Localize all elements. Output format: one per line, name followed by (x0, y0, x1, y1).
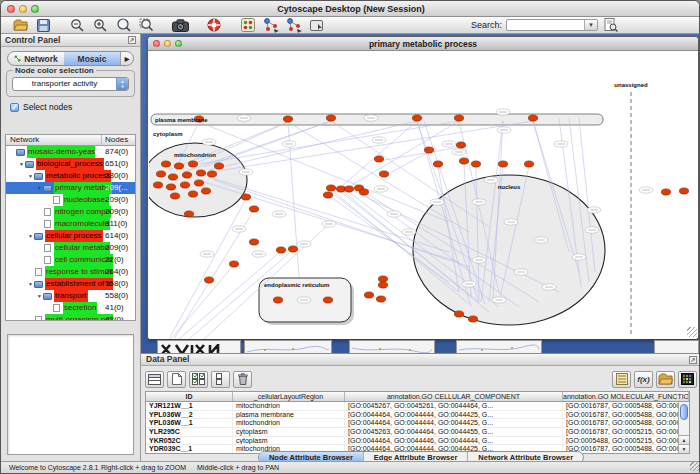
new-attribute-icon[interactable] (167, 371, 186, 388)
combo-stepper-icon[interactable]: ▲▼ (116, 78, 128, 90)
tree-row[interactable]: response to stimulu264(0) (6, 266, 135, 278)
table-cell[interactable]: mitochondrion (233, 402, 345, 410)
network-node[interactable] (229, 261, 238, 267)
float-panel-icon[interactable]: ↗ (128, 36, 136, 44)
table-cell[interactable]: YJR121W__1 (146, 402, 233, 410)
tree-row[interactable]: macromolecule311(0) (6, 218, 135, 230)
network-node[interactable] (454, 115, 463, 121)
help-ring-icon[interactable] (205, 18, 223, 33)
network-node[interactable] (433, 161, 442, 167)
network-node[interactable] (424, 147, 433, 153)
network-canvas[interactable]: plasma membranecytoplasmmitochondrionnuc… (149, 52, 697, 339)
background-window[interactable] (157, 340, 241, 353)
network-node[interactable] (456, 142, 465, 148)
tree-row[interactable]: ▼establishment of lo558(0) (6, 278, 135, 290)
network-node[interactable] (344, 186, 353, 192)
network-node[interactable] (412, 115, 421, 121)
network-node[interactable] (241, 194, 250, 200)
scroll-up-icon[interactable]: ▲ (679, 435, 689, 444)
search-input[interactable]: ▼ (506, 19, 598, 31)
table-cell[interactable]: [GO:0044464, GO:0044444, GO:0044425, G..… (345, 411, 563, 419)
tree-row[interactable]: ▼biological_process651(0) (6, 158, 135, 170)
delete-attribute-icon[interactable] (233, 371, 252, 388)
network-node[interactable] (182, 172, 191, 178)
network-node[interactable] (283, 116, 292, 122)
table-cell[interactable]: [GO:0016787, GO:0005488, GO:0005215, G..… (563, 411, 689, 419)
network-node[interactable] (459, 158, 468, 164)
network-node[interactable] (359, 189, 368, 195)
table-cell[interactable]: YKR052C (146, 437, 233, 445)
network-node[interactable] (249, 239, 258, 245)
zoom-in-icon[interactable] (91, 18, 109, 33)
column-header[interactable]: annotation.GO MOLECULAR_FUNCTION (563, 392, 689, 401)
heatmap-icon[interactable] (678, 371, 697, 388)
table-row[interactable]: YPL036W__1mitochondrion[GO:0044464, GO:0… (146, 419, 689, 428)
network-node[interactable] (379, 171, 388, 177)
float-data-panel-icon[interactable]: ↗ (689, 356, 697, 364)
tab-mosaic[interactable]: Mosaic (64, 52, 120, 65)
save-icon[interactable] (34, 18, 52, 33)
network-node[interactable] (249, 206, 258, 212)
network-node[interactable] (528, 115, 537, 121)
network-resize-grip[interactable] (687, 327, 697, 337)
network-edge[interactable] (379, 147, 461, 161)
network-node[interactable] (378, 282, 387, 288)
edit-network-alt-icon[interactable] (285, 18, 303, 33)
table-cell[interactable]: [GO:0044464, GO:0044444, GO:0044425, G..… (345, 419, 563, 427)
network-node[interactable] (276, 247, 285, 253)
tree-row[interactable]: ▼transport558(0) (6, 290, 135, 302)
tree-row[interactable]: ▼primary metabo209(... (6, 182, 135, 194)
network-node[interactable] (156, 171, 165, 177)
network-node[interactable] (201, 188, 210, 194)
table-cell[interactable]: cytoplasm (233, 428, 345, 436)
zoom-fit-icon[interactable] (137, 18, 155, 33)
network-node[interactable] (180, 182, 189, 188)
annotation-icon[interactable] (308, 18, 326, 33)
table-cell[interactable]: [GO:0016787, GO:0005488, GO:0005215, G..… (563, 402, 689, 410)
network-node[interactable] (161, 161, 170, 167)
table-cell[interactable]: plasma membrane (233, 411, 345, 419)
select-attributes-icon[interactable] (189, 371, 208, 388)
expand-arrow-icon[interactable]: ▼ (18, 158, 25, 170)
scroll-down-icon[interactable]: ▼ (679, 444, 689, 453)
table-row[interactable]: YJR121W__1mitochondrion[GO:0045267, GO:0… (146, 402, 689, 411)
color-attribute-combobox[interactable]: transporter activity ▲▼ (12, 77, 129, 91)
network-edge[interactable] (169, 199, 246, 339)
birds-eye-view[interactable] (7, 334, 134, 455)
network-node[interactable] (184, 211, 193, 217)
network-edge[interactable] (171, 265, 234, 339)
table-cell[interactable]: mitochondrion (233, 419, 345, 427)
tabs-overflow-arrow[interactable]: ▶ (120, 52, 133, 65)
window-resize-grip[interactable] (690, 462, 699, 471)
network-graph[interactable]: plasma membranecytoplasmmitochondrionnuc… (149, 52, 697, 339)
scrollbar-thumb[interactable] (680, 404, 688, 420)
expand-arrow-icon[interactable]: ▼ (27, 278, 34, 290)
tab-network[interactable]: Network (8, 52, 64, 65)
tree-row[interactable]: cellular metabo209(0) (6, 242, 135, 254)
network-node[interactable] (679, 188, 688, 194)
table-cell[interactable]: YLR295C (146, 428, 233, 436)
network-node[interactable] (196, 170, 205, 176)
table-row[interactable]: YKR052Ccytoplasm[GO:0044464, GO:0044446,… (146, 437, 689, 446)
attribute-table[interactable]: ID_cellularLayoutRegionannotation.GO CEL… (145, 391, 690, 454)
layout-icon[interactable] (239, 18, 257, 33)
tree-row[interactable]: nitrogen compo209(0) (6, 206, 135, 218)
zoom-selected-icon[interactable] (114, 18, 132, 33)
background-window[interactable] (456, 340, 542, 353)
tree-row[interactable]: ▼metabolic process280(0) (6, 170, 135, 182)
search-dropdown-arrow[interactable]: ▼ (584, 20, 597, 30)
tree-row[interactable]: ▼cellular process614(0) (6, 230, 135, 242)
background-window[interactable] (654, 340, 699, 353)
network-node[interactable] (376, 296, 385, 302)
column-header[interactable]: _cellularLayoutRegion (233, 392, 345, 401)
network-node[interactable] (471, 161, 480, 167)
background-window[interactable] (349, 340, 435, 353)
table-cell[interactable]: [GO:0045263, GO:0044464, GO:0044455, G..… (345, 428, 563, 436)
table-cell[interactable]: YDR039C__1 (146, 445, 233, 453)
network-edge[interactable] (331, 121, 489, 227)
network-edge[interactable] (199, 121, 459, 164)
network-node[interactable] (207, 171, 216, 177)
network-node[interactable] (153, 182, 162, 188)
tree-row[interactable]: nucleobase-209(0) (6, 194, 135, 206)
network-node[interactable] (168, 174, 177, 180)
